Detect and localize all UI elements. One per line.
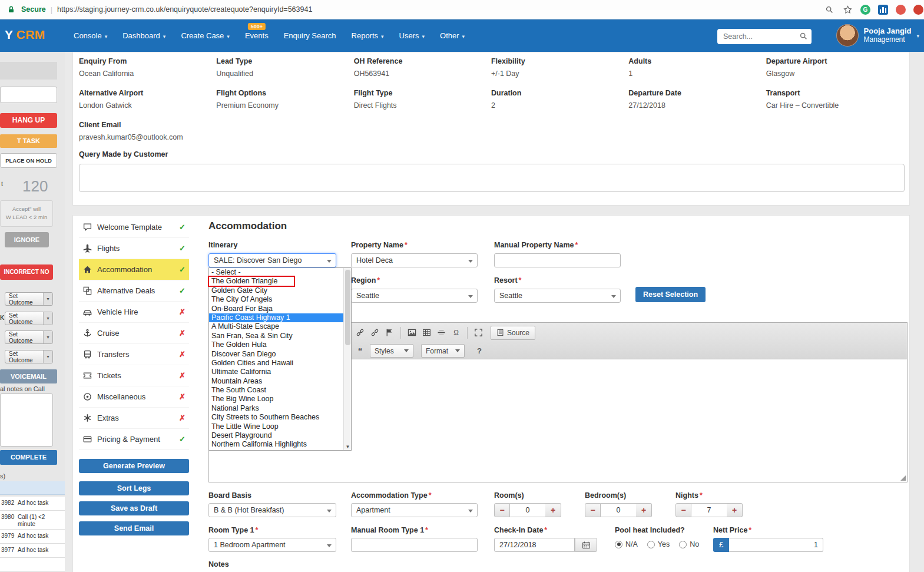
place-on-hold-button[interactable]: PLACE ON HOLD [0, 153, 57, 168]
set-outcome-select[interactable]: Set Outcome▾ [5, 312, 53, 325]
itinerary-option[interactable]: National Parks [209, 404, 343, 413]
complete-button[interactable]: COMPLETE [0, 450, 57, 465]
zoom-icon[interactable] [824, 4, 834, 15]
query-textarea[interactable] [79, 164, 905, 192]
editor-help-button[interactable]: ? [472, 344, 486, 358]
pool-heat-radio-no[interactable]: No [679, 540, 699, 548]
generate-preview-button[interactable]: Generate Preview [79, 459, 189, 473]
itinerary-option-highlighted[interactable]: Pacific Coast Highway 1 [209, 313, 343, 322]
set-outcome-select[interactable]: Set Outcome▾ [5, 350, 53, 363]
board-basis-select[interactable]: B & B (Hot Breakfast) [208, 503, 336, 517]
nav-events[interactable]: 500+Events [237, 19, 276, 52]
sidebar-item-cruise[interactable]: Cruise ✗ [79, 323, 189, 344]
itinerary-option[interactable]: The South Coast [209, 386, 343, 395]
task-row[interactable]: 3977Ad hoc task [0, 544, 65, 558]
itinerary-option[interactable]: City Streets to Southern Beaches [209, 413, 343, 422]
call-notes-textarea[interactable] [0, 394, 53, 447]
nav-console[interactable]: Console▾ [66, 19, 115, 52]
unlink-icon[interactable] [367, 326, 382, 340]
sidebar-item-extras[interactable]: Extras ✗ [79, 408, 189, 429]
sort-legs-button[interactable]: Sort Legs [79, 481, 189, 495]
dropdown-scrollbar[interactable]: ▼ [343, 268, 351, 450]
itinerary-option[interactable]: The Golden Hula [209, 340, 343, 349]
save-as-draft-button[interactable]: Save as Draft [79, 501, 189, 515]
scrollbar-thumb[interactable] [345, 270, 350, 345]
extension-red-icon[interactable] [896, 5, 906, 15]
nav-enquiry-search[interactable]: Enquiry Search [276, 19, 344, 52]
itinerary-option[interactable]: Mountain Areas [209, 377, 343, 386]
search-icon[interactable] [799, 32, 808, 43]
nav-create-case[interactable]: Create Case▾ [173, 19, 237, 52]
format-combo[interactable]: Format [421, 344, 465, 358]
nav-dashboard[interactable]: Dashboard▾ [115, 19, 173, 52]
itinerary-option[interactable]: Northern California Highlights [209, 440, 343, 449]
pool-heat-radio-na[interactable]: N/A [615, 540, 638, 548]
room-type-select[interactable]: 1 Bedroom Apartment [208, 538, 336, 552]
manual-room-type-input[interactable] [351, 538, 478, 552]
itinerary-option[interactable]: Golden Cities and Hawaii [209, 359, 343, 368]
special-char-icon[interactable]: Ω [449, 326, 463, 340]
nights-increment-button[interactable]: + [727, 503, 743, 517]
set-outcome-select[interactable]: Set Outcome▾ [5, 292, 53, 306]
reset-selection-button[interactable]: Reset Selection [635, 287, 706, 302]
itinerary-option[interactable]: A Multi-State Escape [209, 322, 343, 331]
nights-decrement-button[interactable]: − [675, 503, 691, 517]
itinerary-option[interactable]: Ultimate California [209, 368, 343, 376]
task-row[interactable]: 3982Ad hoc task [0, 497, 65, 511]
set-outcome-select[interactable]: Set Outcome▾ [5, 330, 53, 344]
itinerary-option[interactable]: The Golden Triangle [209, 277, 343, 286]
sidebar-item-alternative-deals[interactable]: Alternative Deals ✓ [79, 280, 189, 302]
bedrooms-decrement-button[interactable]: − [585, 503, 601, 517]
link-icon[interactable] [353, 326, 367, 340]
rooms-increment-button[interactable]: + [545, 503, 561, 517]
app-logo[interactable]: YCRM [5, 28, 45, 42]
itinerary-option[interactable]: The Big Wine Loop [209, 395, 343, 404]
hang-up-button[interactable]: HANG UP [0, 113, 57, 128]
itinerary-option[interactable]: The City Of Angels [209, 295, 343, 304]
sidebar-item-miscellaneous[interactable]: Miscellaneous ✗ [79, 386, 189, 408]
anchor-flag-icon[interactable] [382, 326, 397, 340]
source-button[interactable]: Source [491, 326, 535, 340]
itinerary-option[interactable]: On-Board For Baja [209, 305, 343, 313]
sidebar-item-tickets[interactable]: Tickets ✗ [79, 365, 189, 386]
nett-price-input[interactable] [729, 538, 823, 552]
sidebar-item-welcome-template[interactable]: Welcome Template ✓ [79, 217, 189, 238]
search-input[interactable] [717, 29, 812, 44]
ignore-button[interactable]: IGNORE [5, 232, 49, 247]
sidebar-item-pricing-payment[interactable]: Pricing & Payment ✓ [79, 429, 189, 450]
manual-property-name-input[interactable] [494, 253, 621, 267]
resort-select[interactable]: Seattle [494, 289, 621, 303]
sidebar-item-flights[interactable]: Flights ✓ [79, 238, 189, 259]
checkin-date-input[interactable] [494, 538, 575, 552]
property-name-select[interactable]: Hotel Deca [351, 253, 478, 267]
send-email-button[interactable]: Send Email [79, 521, 189, 535]
styles-combo[interactable]: Styles [370, 344, 413, 358]
sidebar-item-transfers[interactable]: Transfers ✗ [79, 344, 189, 365]
itinerary-option[interactable]: Desert Playground [209, 431, 343, 440]
voicemail-button[interactable]: VOICEMAIL [0, 369, 57, 383]
region-select[interactable]: Seattle [351, 289, 478, 303]
itinerary-select[interactable]: SALE: Discover San Diego [208, 253, 336, 267]
next-task-bar[interactable]: T TASK [0, 134, 57, 148]
rooms-decrement-button[interactable]: − [494, 503, 510, 517]
itinerary-option[interactable]: Golden Gate City [209, 286, 343, 295]
itinerary-option[interactable]: - Select - [209, 268, 343, 277]
nav-reports[interactable]: Reports▾ [344, 19, 392, 52]
grammarly-extension-icon[interactable]: G [860, 5, 870, 15]
bookmark-star-icon[interactable] [842, 4, 853, 15]
itinerary-option[interactable]: Discover San Diego [209, 350, 343, 359]
extension-red-cut-icon[interactable] [913, 5, 923, 15]
horizontal-rule-icon[interactable] [434, 326, 449, 340]
task-row[interactable]: 3980Call (1) <2 minute [0, 511, 65, 530]
bedrooms-increment-button[interactable]: + [636, 503, 652, 517]
incorrect-no-button[interactable]: INCORRECT NO [0, 264, 53, 280]
blockquote-icon[interactable]: “ [353, 344, 367, 358]
accommodation-type-select[interactable]: Apartment [351, 503, 478, 517]
sidebar-item-vehicle-hire[interactable]: Vehicle Hire ✗ [79, 302, 189, 323]
calendar-button[interactable] [575, 538, 597, 552]
url-bar[interactable]: https://staging.journey-crm.co.uk/enquir… [57, 5, 312, 14]
nav-users[interactable]: Users▾ [392, 19, 432, 52]
extension-grid-icon[interactable] [878, 5, 888, 15]
editor-resize-handle[interactable] [900, 475, 906, 481]
itinerary-option[interactable]: San Fran, Sea & Sin City [209, 332, 343, 340]
